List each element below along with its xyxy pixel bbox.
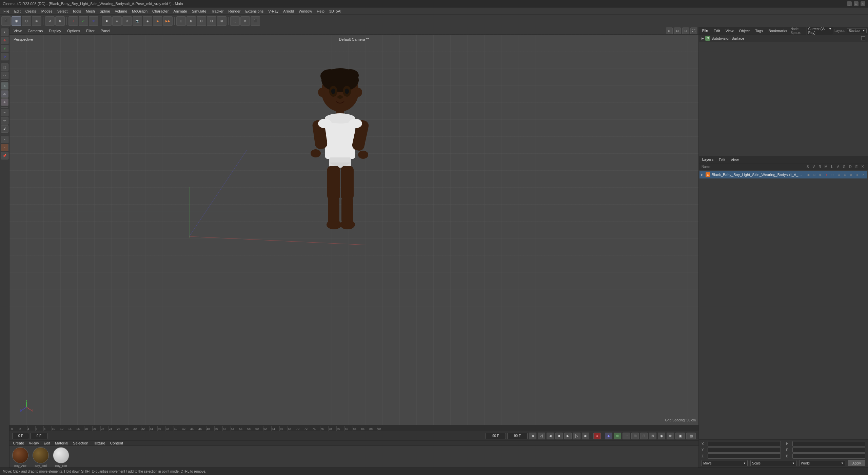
ne-tab-object[interactable]: Object bbox=[737, 28, 752, 33]
mat-tab-material[interactable]: Material bbox=[53, 441, 70, 445]
viewport-tab-view[interactable]: View bbox=[11, 28, 24, 34]
menu-edit[interactable]: Edit bbox=[12, 8, 23, 14]
btn-autokey[interactable]: ⊕ bbox=[614, 433, 621, 439]
obj-icon-5[interactable]: ⬚ bbox=[830, 172, 835, 177]
ne-tab-file[interactable]: File bbox=[700, 28, 710, 33]
toolbar-deform[interactable]: ⊡ bbox=[207, 16, 216, 26]
om-tab-layers[interactable]: Layers bbox=[700, 157, 715, 162]
btn-options1[interactable]: ⊞ bbox=[631, 433, 639, 439]
menu-animate[interactable]: Animate bbox=[171, 8, 189, 14]
menu-window[interactable]: Window bbox=[297, 8, 314, 14]
material-item-1[interactable]: Boy_bod bbox=[33, 447, 49, 468]
viewport-btn-1[interactable]: ⊞ bbox=[666, 27, 673, 34]
toolbar-camera[interactable]: 📷 bbox=[133, 16, 142, 26]
mat-tab-vray[interactable]: V-Ray bbox=[27, 441, 41, 445]
obj-icon-6[interactable]: ⊞ bbox=[836, 172, 842, 177]
viewport-btn-fullscreen[interactable]: ⛶ bbox=[690, 27, 697, 34]
viewport-tab-panel[interactable]: Panel bbox=[98, 28, 113, 34]
rot-b-field[interactable] bbox=[792, 453, 866, 459]
tool-move[interactable]: ✛ bbox=[1, 37, 8, 44]
toolbar-redo[interactable]: ↻ bbox=[55, 16, 65, 26]
btn-goto-end[interactable]: ⏭ bbox=[582, 433, 589, 439]
tool-rect-select[interactable]: ▭ bbox=[1, 72, 8, 79]
apply-button[interactable]: Apply bbox=[848, 460, 865, 466]
tool-rotate[interactable]: ↻ bbox=[1, 53, 8, 60]
material-ball-2[interactable] bbox=[53, 447, 69, 463]
menu-render[interactable]: Render bbox=[226, 8, 242, 14]
close-button[interactable]: × bbox=[861, 1, 865, 6]
ne-tab-tags[interactable]: Tags bbox=[753, 28, 765, 33]
btn-keyframe[interactable]: ◆ bbox=[605, 433, 612, 439]
pos-x-field[interactable] bbox=[708, 441, 781, 446]
menu-volume[interactable]: Volume bbox=[113, 8, 130, 14]
toolbar-scale[interactable]: ⤢ bbox=[79, 16, 88, 26]
toolbar-light[interactable]: ☀ bbox=[122, 16, 132, 26]
btn-motion[interactable]: ⋯ bbox=[623, 433, 630, 439]
tool-live-select[interactable]: ⬚ bbox=[1, 63, 8, 71]
node-editor-content[interactable] bbox=[699, 42, 868, 156]
toolbar-mode-anim[interactable]: ⊕ bbox=[32, 16, 41, 26]
btn-play-back[interactable]: ◀ bbox=[547, 433, 554, 439]
pos-z-field[interactable] bbox=[708, 453, 781, 459]
obj-icon-2[interactable]: □ bbox=[812, 172, 817, 177]
menu-mograph[interactable]: MoGraph bbox=[130, 8, 150, 14]
rot-p-field[interactable] bbox=[792, 447, 866, 453]
end-frame-field[interactable]: 0 F bbox=[31, 433, 47, 439]
pos-y-field[interactable] bbox=[708, 447, 781, 453]
toolbar-sphere[interactable]: ● bbox=[112, 16, 122, 26]
menu-file[interactable]: File bbox=[1, 8, 12, 14]
btn-options7[interactable]: ▤ bbox=[686, 433, 696, 439]
btn-options2[interactable]: ⊟ bbox=[640, 433, 648, 439]
toolbar-snap[interactable]: ⊞ bbox=[176, 16, 186, 26]
tool-pin[interactable]: 📌 bbox=[1, 152, 8, 159]
menu-vray[interactable]: V-Ray bbox=[266, 8, 280, 14]
btn-stop[interactable]: ■ bbox=[555, 433, 563, 439]
tool-paint[interactable]: 🖌 bbox=[1, 125, 8, 133]
ne-tab-edit[interactable]: Edit bbox=[712, 28, 722, 33]
total-frames-field[interactable]: 90 F bbox=[486, 433, 506, 439]
viewport-tab-filter[interactable]: Filter bbox=[83, 28, 97, 34]
menu-select[interactable]: Select bbox=[55, 8, 70, 14]
btn-goto-start[interactable]: ⏮ bbox=[529, 433, 536, 439]
toolbar-xref[interactable]: ⊠ bbox=[186, 16, 196, 26]
minimize-button[interactable]: _ bbox=[847, 1, 852, 6]
btn-record[interactable]: ● bbox=[593, 433, 601, 439]
menu-tracker[interactable]: Tracker bbox=[209, 8, 226, 14]
toolbar-generator[interactable]: ⊞ bbox=[217, 16, 226, 26]
tool-s2[interactable]: ◎ bbox=[1, 90, 8, 98]
viewport-3d[interactable]: Perspective Default Camera ** bbox=[9, 35, 698, 425]
mat-tab-edit[interactable]: Edit bbox=[42, 441, 52, 445]
obj-icon-3[interactable]: ▶ bbox=[818, 172, 823, 177]
obj-icon-1[interactable]: ◉ bbox=[806, 172, 811, 177]
obj-expand-icon[interactable]: ▶ bbox=[701, 173, 704, 176]
move-dropdown[interactable]: Move ▼ bbox=[702, 460, 748, 466]
menu-modes[interactable]: Modes bbox=[39, 8, 55, 14]
btn-options4[interactable]: ◉ bbox=[658, 433, 665, 439]
toolbar-mode-object[interactable]: ◉ bbox=[12, 16, 21, 26]
viewport-btn-3[interactable]: □ bbox=[682, 27, 689, 34]
tool-select[interactable]: ↖ bbox=[1, 28, 8, 36]
current-frame-field[interactable]: 90 F bbox=[507, 433, 528, 439]
viewport-tab-options[interactable]: Options bbox=[64, 28, 83, 34]
toolbar-group[interactable]: ⬛ bbox=[251, 16, 260, 26]
mat-tab-texture[interactable]: Texture bbox=[91, 441, 107, 445]
menu-character[interactable]: Character bbox=[150, 8, 171, 14]
menu-help[interactable]: Help bbox=[315, 8, 327, 14]
tool-s1[interactable]: S bbox=[1, 82, 8, 90]
rot-h-field[interactable] bbox=[792, 441, 866, 446]
toolbar-rotate[interactable]: ↻ bbox=[89, 16, 98, 26]
om-tab-edit[interactable]: Edit bbox=[717, 157, 727, 162]
btn-play-fwd[interactable]: ▶ bbox=[564, 433, 572, 439]
layout-dropdown[interactable]: Startup ▼ bbox=[847, 28, 867, 33]
obj-icon-7[interactable]: ⊟ bbox=[842, 172, 848, 177]
toolbar-render2[interactable]: ▶▶ bbox=[163, 16, 173, 26]
menu-spline[interactable]: Spline bbox=[98, 8, 112, 14]
viewport-tab-display[interactable]: Display bbox=[46, 28, 64, 34]
menu-mesh[interactable]: Mesh bbox=[84, 8, 97, 14]
toolbar-undo[interactable]: ↺ bbox=[45, 16, 55, 26]
menu-tools[interactable]: Tools bbox=[70, 8, 83, 14]
tool-sym[interactable]: ⇔ bbox=[1, 109, 8, 116]
obj-icon-4[interactable]: ● bbox=[824, 172, 829, 177]
material-ball-0[interactable] bbox=[12, 447, 28, 463]
ne-tab-bookmarks[interactable]: Bookmarks bbox=[766, 28, 789, 33]
